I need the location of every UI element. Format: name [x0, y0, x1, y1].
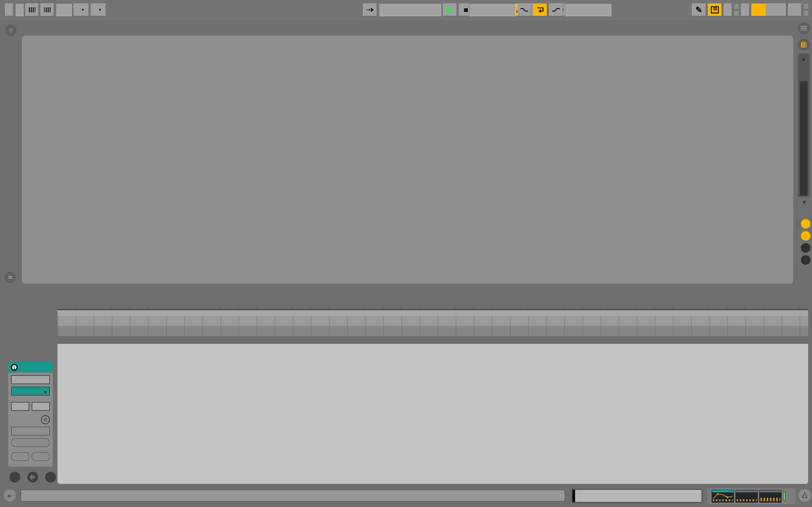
chevron-down-icon: ▼: [43, 389, 47, 396]
loop-button[interactable]: [533, 3, 547, 16]
launch-box-toggle[interactable]: [9, 472, 20, 483]
cpu-meter[interactable]: [751, 3, 786, 16]
arrangement-position-field[interactable]: [379, 3, 441, 16]
hot-swap-groove-icon[interactable]: ⥁: [41, 415, 50, 424]
start-end-marker-row[interactable]: [57, 326, 808, 336]
returns-section-toggle[interactable]: [801, 219, 810, 229]
nudge-forward-button[interactable]: [32, 452, 50, 461]
device-thumbnail[interactable]: [759, 490, 781, 503]
scroll-down-icon[interactable]: ▼: [802, 200, 807, 206]
device-thumbnail[interactable]: [736, 490, 758, 503]
metronome-button[interactable]: ▼: [74, 3, 89, 16]
session-grid: [22, 36, 793, 284]
midi-indicators: [803, 3, 809, 16]
warp-marker-row[interactable]: [57, 336, 808, 344]
nudge-up-button[interactable]: [41, 3, 54, 16]
status-bar: ▶: [0, 486, 812, 507]
mixer-section-toggle[interactable]: [801, 231, 810, 241]
key-indicators: [734, 3, 739, 16]
clip-activator-icon[interactable]: |: [11, 364, 18, 371]
chevron-down-icon: ▼: [98, 8, 102, 12]
loop-length-field[interactable]: [565, 3, 611, 16]
overview-selection[interactable]: [573, 490, 575, 502]
disk-overload-indicator[interactable]: [788, 3, 802, 16]
groove-chooser[interactable]: [11, 427, 50, 436]
commit-groove-button[interactable]: [11, 438, 50, 447]
loop-group: [469, 3, 611, 16]
groove-label: ⥁: [11, 415, 50, 424]
midi-map-button[interactable]: [741, 3, 749, 16]
track-delay-section-toggle[interactable]: [801, 243, 810, 253]
tempo-field[interactable]: [15, 3, 23, 16]
sample-box-toggle[interactable]: [27, 472, 38, 483]
scene-scrollbar[interactable]: ▲: [798, 53, 810, 197]
play-button[interactable]: ▶: [443, 3, 457, 16]
clip-panel: | ▼ ⥁: [8, 362, 53, 467]
loop-brace-row[interactable]: [57, 316, 808, 326]
detail-view-chooser[interactable]: [798, 489, 811, 502]
key-map-button[interactable]: [724, 3, 732, 16]
sample-editor: [57, 295, 808, 484]
hide-browser-toggle[interactable]: ▽: [5, 25, 16, 36]
mode-group: ✎: [692, 3, 809, 16]
groove-pool-toggle[interactable]: ≈: [4, 272, 16, 283]
draw-mode-button[interactable]: ✎: [692, 3, 706, 16]
beat-time-ruler[interactable]: [57, 295, 808, 310]
clip-overview[interactable]: [572, 489, 702, 503]
device-chain-preview[interactable]: [707, 488, 796, 504]
scrub-area[interactable]: [57, 310, 808, 316]
punch-out-button[interactable]: [549, 3, 563, 16]
computer-midi-keyboard-button[interactable]: [708, 3, 722, 16]
clip-color-chooser[interactable]: ▼: [11, 387, 50, 396]
clip-panel-tabs: [9, 472, 56, 483]
tempo-group: ▼ ▼: [5, 3, 106, 16]
scroll-up-icon[interactable]: ▲: [798, 53, 810, 62]
crossfader-section-toggle[interactable]: [801, 255, 810, 265]
mixer-bars-icon: [801, 42, 806, 48]
time-signature-field[interactable]: [56, 3, 72, 16]
clip-name-field[interactable]: [11, 375, 50, 384]
waveform-display[interactable]: [57, 344, 808, 484]
tap-tempo-button[interactable]: [5, 3, 13, 16]
follow-button[interactable]: [363, 3, 377, 16]
cpu-load-bar: [752, 4, 766, 16]
preview-play-icon[interactable]: ▶: [4, 490, 16, 502]
signature-denominator-field[interactable]: [32, 402, 50, 411]
chevron-down-icon: ▼: [81, 8, 85, 12]
control-bar: ▼ ▼ ▶ ■ ● + ← O: [0, 0, 812, 20]
io-section-toggle[interactable]: [799, 207, 809, 217]
nudge-back-button[interactable]: [11, 452, 30, 461]
punch-in-button[interactable]: [517, 3, 531, 16]
envelope-box-toggle[interactable]: [45, 472, 56, 483]
signature-numerator-field[interactable]: [11, 402, 29, 411]
hamburger-icon: [801, 26, 807, 31]
clip-panel-header: |: [8, 362, 53, 373]
quantization-menu[interactable]: ▼: [91, 3, 106, 16]
scrollbar-thumb[interactable]: [800, 81, 808, 195]
mixer-view-toggle[interactable]: [798, 39, 810, 51]
loop-start-field[interactable]: [469, 3, 516, 16]
device-activity-led: [783, 492, 785, 501]
device-thumbnail[interactable]: [712, 490, 734, 503]
nudge-down-button[interactable]: [25, 3, 39, 16]
status-message: [20, 490, 565, 502]
scene-menu-button[interactable]: [798, 22, 810, 34]
